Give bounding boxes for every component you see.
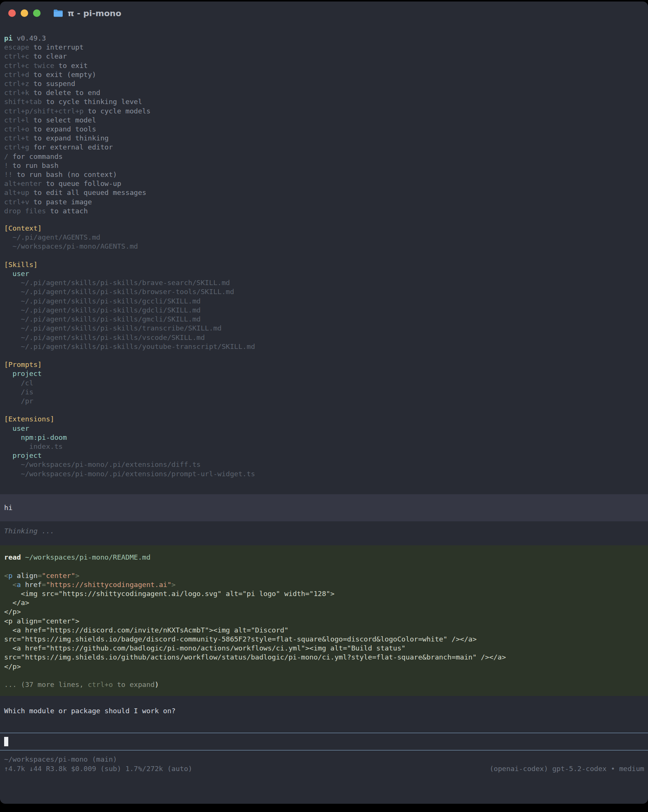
terminal-line: ctrl+v to paste image	[0, 198, 648, 206]
assistant-message: Which module or package should I work on…	[0, 707, 648, 716]
terminal-line: ctrl+t to expand thinking	[0, 134, 648, 143]
terminal-line: npm:pi-doom	[0, 433, 648, 442]
user-message: hi	[0, 494, 648, 521]
terminal-window: π - pi-mono pi v0.49.3escape to interrup…	[0, 2, 648, 804]
screen: π - pi-mono pi v0.49.3escape to interrup…	[0, 0, 648, 812]
terminal-line: <p align="center">	[0, 617, 648, 626]
terminal-line: escape to interrupt	[0, 43, 648, 52]
terminal-line: project	[0, 451, 648, 460]
terminal-line: ... (37 more lines, ctrl+o to expand)	[0, 680, 648, 689]
terminal-line: ~/.pi/agent/skills/pi-skills/transcribe/…	[0, 324, 648, 333]
terminal-line: ~/.pi/agent/AGENTS.md	[0, 233, 648, 242]
terminal-line: read ~/workspaces/pi-mono/README.md	[0, 553, 648, 562]
terminal-line: </p>	[0, 662, 648, 671]
terminal-line: ctrl+c twice to exit	[0, 61, 648, 70]
terminal-line: Which module or package should I work on…	[0, 707, 648, 716]
terminal-line: !! to run bash (no context)	[0, 170, 648, 179]
terminal-line: alt+up to edit all queued messages	[0, 188, 648, 197]
minimize-button[interactable]	[21, 9, 28, 17]
terminal-line: ctrl+z to suspend	[0, 79, 648, 88]
terminal-line: ~/workspaces/pi-mono/.pi/extensions/diff…	[0, 460, 648, 469]
terminal-line: <p align="center">	[0, 571, 648, 580]
terminal-line: /is	[0, 388, 648, 397]
terminal-line: drop files to attach	[0, 206, 648, 215]
terminal-line	[0, 251, 648, 260]
terminal-line: <a href="https://github.com/badlogic/pi-…	[0, 644, 648, 653]
terminal-line: <img src="https://shittycodingagent.ai/l…	[0, 589, 648, 598]
status-cwd: ~/workspaces/pi-mono (main)	[0, 755, 648, 764]
thinking-indicator: Thinking ...	[0, 527, 648, 536]
close-button[interactable]	[8, 9, 16, 17]
terminal-line: alt+enter to queue follow-up	[0, 179, 648, 188]
status-model: (openai-codex) gpt-5.2-codex • medium	[489, 764, 644, 773]
prompt-input[interactable]	[0, 733, 648, 750]
folder-icon	[53, 9, 64, 18]
terminal-line: ! to run bash	[0, 161, 648, 170]
tool-call-read-block: read ~/workspaces/pi-mono/README.md <p a…	[0, 545, 648, 696]
terminal-line: ctrl+l to select model	[0, 116, 648, 125]
terminal-line: <a href="https://shittycodingagent.ai">	[0, 580, 648, 589]
terminal-line: ctrl+p/shift+ctrl+p to cycle models	[0, 107, 648, 116]
status-usage: ↑4.7k ↓44 R3.8k $0.009 (sub) 1.7%/272k (…	[0, 764, 192, 773]
terminal-line: pi v0.49.3	[0, 34, 648, 43]
terminal-line: ~/workspaces/pi-mono/.pi/extensions/prom…	[0, 470, 648, 478]
text-cursor	[4, 737, 8, 746]
terminal-line: ctrl+d to exit (empty)	[0, 70, 648, 79]
terminal-line: ~/workspaces/pi-mono/AGENTS.md	[0, 242, 648, 251]
terminal-content: pi v0.49.3escape to interruptctrl+c to c…	[0, 25, 648, 773]
terminal-line: ctrl+o to expand tools	[0, 125, 648, 134]
terminal-line: user	[0, 424, 648, 433]
terminal-line: [Prompts]	[0, 360, 648, 369]
terminal-line: / for commands	[0, 152, 648, 161]
terminal-line	[0, 406, 648, 415]
title-bar: π - pi-mono	[0, 2, 648, 25]
terminal-line: shift+tab to cycle thinking level	[0, 97, 648, 106]
app-banner-and-shortcuts: pi v0.49.3escape to interruptctrl+c to c…	[0, 34, 648, 215]
terminal-line: src="https://img.shields.io/badge/discor…	[0, 635, 648, 644]
terminal-line: [Skills]	[0, 260, 648, 269]
status-row: ↑4.7k ↓44 R3.8k $0.009 (sub) 1.7%/272k (…	[0, 764, 648, 773]
terminal-line: </a>	[0, 598, 648, 607]
terminal-line: index.ts	[0, 442, 648, 451]
terminal-line: ctrl+k to delete to end	[0, 88, 648, 97]
terminal-line: [Context]	[0, 224, 648, 233]
terminal-line: hi	[0, 503, 648, 512]
terminal-line: ~/.pi/agent/skills/pi-skills/browser-too…	[0, 287, 648, 296]
terminal-line: ctrl+g for external editor	[0, 143, 648, 152]
terminal-line: [Extensions]	[0, 415, 648, 424]
terminal-line: ~/.pi/agent/skills/pi-skills/brave-searc…	[0, 278, 648, 287]
terminal-line: <a href="https://discord.com/invite/nKXT…	[0, 626, 648, 635]
terminal-line: ~/.pi/agent/skills/pi-skills/gdcli/SKILL…	[0, 306, 648, 315]
terminal-line: /pr	[0, 397, 648, 406]
terminal-line	[0, 562, 648, 571]
terminal-line	[0, 671, 648, 680]
terminal-line: ctrl+c to clear	[0, 52, 648, 61]
terminal-line: project	[0, 369, 648, 378]
terminal-line: ~/.pi/agent/skills/pi-skills/gccli/SKILL…	[0, 297, 648, 306]
terminal-line: ~/.pi/agent/skills/pi-skills/vscode/SKIL…	[0, 333, 648, 342]
terminal-line	[0, 351, 648, 360]
environment-sections: [Context] ~/.pi/agent/AGENTS.md ~/worksp…	[0, 224, 648, 478]
terminal-line: ~/.pi/agent/skills/pi-skills/gmcli/SKILL…	[0, 315, 648, 324]
zoom-button[interactable]	[33, 9, 41, 17]
terminal-line: Thinking ...	[0, 527, 648, 536]
terminal-line: </p>	[0, 607, 648, 616]
terminal-line: /cl	[0, 379, 648, 388]
terminal-line: user	[0, 269, 648, 278]
window-title: π - pi-mono	[67, 9, 121, 18]
status-bar: ~/workspaces/pi-mono (main) ↑4.7k ↓44 R3…	[0, 755, 648, 773]
terminal-line: ~/.pi/agent/skills/pi-skills/youtube-tra…	[0, 342, 648, 351]
terminal-line: src="https://img.shields.io/github/actio…	[0, 653, 648, 662]
